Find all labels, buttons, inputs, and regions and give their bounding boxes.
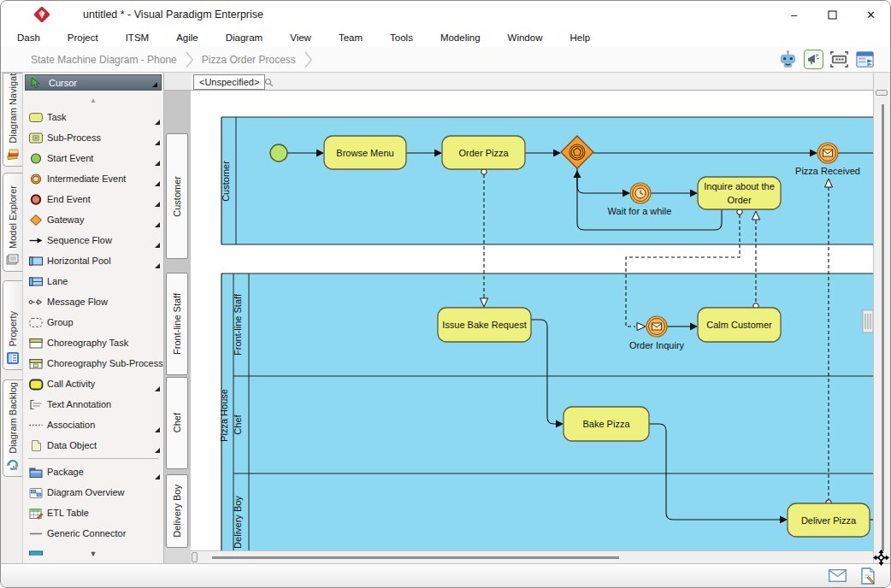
menu-agile[interactable]: Agile <box>162 32 212 43</box>
palette-item-intermediate-event[interactable]: Intermediate Event <box>23 168 163 189</box>
task-browse-menu[interactable]: Browse Menu <box>324 136 406 169</box>
menu-project[interactable]: Project <box>54 32 112 43</box>
task-inquire-about-order[interactable]: Inquire about the Order <box>698 177 781 209</box>
task-bake-pizza[interactable]: Bake Pizza <box>564 407 649 441</box>
palette-item-start-event[interactable]: Start Event <box>23 148 163 168</box>
palette-item-group[interactable]: Group <box>23 312 163 332</box>
call-activity-icon <box>28 377 44 391</box>
minimize-button[interactable]: – <box>775 1 813 28</box>
task-calm-customer[interactable]: Calm Customer <box>698 308 781 342</box>
flyout-indicator[interactable] <box>155 243 160 248</box>
palette-item-text-annotation[interactable]: Text Annotation <box>23 394 163 415</box>
tab-property[interactable]: Property <box>3 280 22 370</box>
flyout-indicator[interactable] <box>155 263 160 268</box>
flyout-indicator[interactable] <box>155 427 160 432</box>
task-deliver-pizza[interactable]: Deliver Pizza <box>788 503 870 537</box>
palette-item-choreography-sub-process[interactable]: Choreography Sub-Process <box>23 353 163 373</box>
vertical-scrollbar[interactable] <box>873 73 890 563</box>
palette-item-label: Data Object <box>47 440 97 450</box>
menu-itsm[interactable]: ITSM <box>112 32 162 43</box>
tab-model-explorer[interactable]: Model Explorer <box>3 173 22 272</box>
maximize-button[interactable] <box>813 1 852 28</box>
menu-help[interactable]: Help <box>556 32 604 43</box>
end-event-icon <box>28 192 44 206</box>
palette-item-label: Task <box>47 112 67 122</box>
palette-item-message-flow[interactable]: Message Flow <box>23 291 163 312</box>
palette-item-generic-connector[interactable]: Generic Connector <box>23 523 163 544</box>
intermediate-event-timer[interactable] <box>630 183 651 203</box>
intermediate-event-message-pizza-received[interactable] <box>817 143 838 163</box>
palette-item-label: Text Annotation <box>47 399 111 409</box>
flyout-indicator[interactable] <box>155 222 160 227</box>
mail-icon[interactable] <box>829 569 847 582</box>
palette-item-cursor[interactable]: Cursor <box>25 74 162 91</box>
task-order-pizza[interactable]: Order Pizza <box>442 136 525 169</box>
flyout-indicator[interactable] <box>155 161 160 166</box>
palette-scroll-up[interactable]: ▲ <box>23 97 163 104</box>
selection-marquee-icon[interactable] <box>829 50 849 69</box>
panel-layout-icon[interactable] <box>855 50 875 69</box>
palette-item-lane[interactable]: Lane <box>23 271 163 291</box>
breadcrumb-item[interactable]: State Machine Diagram - Phone <box>1 54 185 66</box>
palette-item-label: Association <box>47 420 95 430</box>
flyout-indicator[interactable] <box>155 386 160 391</box>
tab-diagram-backlog[interactable]: Diagram Backlog <box>3 379 22 477</box>
menu-diagram[interactable]: Diagram <box>212 32 276 43</box>
menu-modeling[interactable]: Modeling <box>427 32 494 43</box>
magnifier-icon[interactable] <box>264 78 274 87</box>
intermediate-event-message-order-inquiry[interactable] <box>646 316 667 337</box>
flyout-indicator[interactable] <box>155 474 160 479</box>
menu-tools[interactable]: Tools <box>376 32 427 43</box>
etl-table-icon <box>28 506 44 520</box>
edge-grip[interactable] <box>863 310 873 332</box>
palette-divider <box>23 456 163 462</box>
svg-text:Calm Customer: Calm Customer <box>706 320 772 330</box>
flyout-indicator[interactable] <box>155 120 160 125</box>
flyout-indicator[interactable] <box>155 140 160 145</box>
sequence-flow-icon <box>28 233 44 247</box>
palette-item-call-activity[interactable]: Call Activity <box>23 373 163 394</box>
palette-item-label: Message Flow <box>47 297 108 307</box>
menu-view[interactable]: View <box>276 32 325 43</box>
palette-item-diagram-overview[interactable]: Diagram Overview <box>23 482 163 503</box>
palette-item-association[interactable]: Association <box>23 415 163 435</box>
palette-item-etl-table[interactable]: ETL Table <box>23 503 163 523</box>
menu-team[interactable]: Team <box>325 32 376 43</box>
flyout-indicator[interactable] <box>155 448 160 453</box>
breadcrumb-item[interactable]: Pizza Order Process <box>194 54 304 66</box>
v-scroll-thumb[interactable] <box>882 104 884 551</box>
palette-scroll-down[interactable]: ▼ <box>23 550 163 558</box>
close-button[interactable]: ✕ <box>852 1 890 28</box>
h-scroll-thumb[interactable] <box>212 556 619 559</box>
palette-item-horizontal-pool[interactable]: Horizontal Pool <box>23 250 163 271</box>
ai-robot-icon[interactable] <box>778 50 798 69</box>
palette-item-choreography-task[interactable]: Choreography Task <box>23 332 163 353</box>
task-issue-bake-request[interactable]: Issue Bake Request <box>438 308 531 342</box>
edit-document-icon[interactable] <box>860 567 876 585</box>
horizontal-scrollbar[interactable] <box>191 550 873 563</box>
palette-item-data-object[interactable]: Data Object <box>23 435 163 456</box>
palette-item-package[interactable]: Package <box>23 462 163 482</box>
label-pizza-received: Pizza Received <box>795 166 860 176</box>
app-window: untitled * - Visual Paradigm Enterprise … <box>0 0 891 588</box>
flyout-indicator[interactable] <box>155 181 160 186</box>
announcement-icon[interactable] <box>804 50 823 69</box>
palette-item-gateway[interactable]: Gateway <box>23 209 163 230</box>
h-scroll-button[interactable] <box>192 552 198 562</box>
palette-item-end-event[interactable]: End Event <box>23 189 163 209</box>
v-scroll-button[interactable] <box>876 90 888 96</box>
menu-window[interactable]: Window <box>494 32 557 43</box>
pool-label-pizza-house: Pizza House <box>219 389 229 442</box>
tab-diagram-navigator[interactable]: Diagram Navigator <box>3 73 22 167</box>
lane-label-chef: Chef <box>233 414 243 434</box>
palette-item-task[interactable]: Task <box>23 107 163 127</box>
zoom-level-tab[interactable]: <Unspecified> <box>193 74 265 90</box>
pan-cursor-icon <box>873 550 889 566</box>
menu-dash[interactable]: Dash <box>3 32 54 43</box>
palette-item-sequence-flow[interactable]: Sequence Flow <box>23 230 163 250</box>
palette-item-sub-process[interactable]: Sub-Process <box>23 127 163 148</box>
diagram-canvas[interactable]: Customer Pizza House Front-line Staff Ch <box>191 91 873 550</box>
start-event[interactable] <box>270 144 287 162</box>
flyout-indicator[interactable] <box>155 202 160 207</box>
frozen-label-customer: Customer <box>166 133 188 259</box>
